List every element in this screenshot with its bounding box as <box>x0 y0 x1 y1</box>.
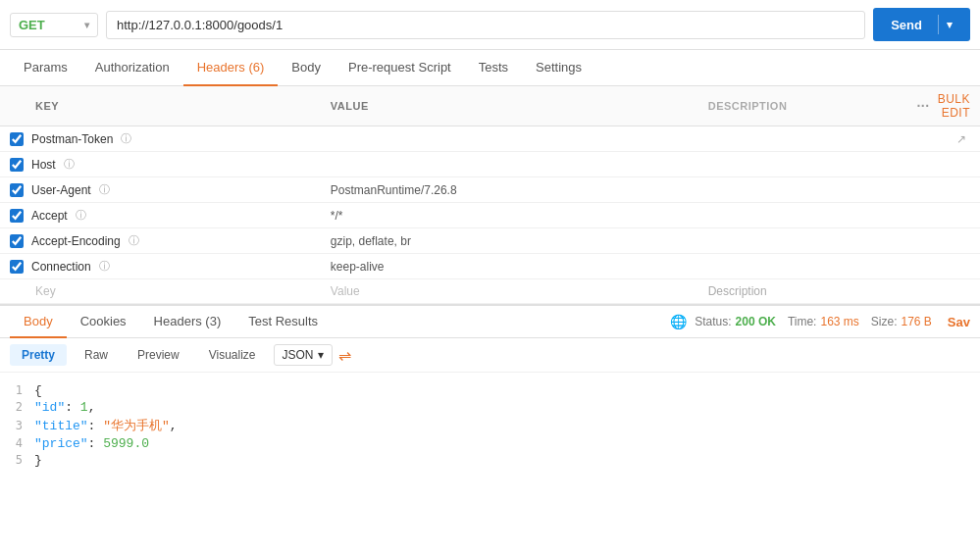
table-row: Postman-Token ⓘ ↗ <box>0 126 980 152</box>
row-checkbox[interactable] <box>10 260 24 274</box>
info-icon[interactable]: ⓘ <box>99 259 110 274</box>
key-value: Accept <box>31 209 68 223</box>
visualize-button[interactable]: Visualize <box>197 344 268 366</box>
key-column-header: KEY <box>0 86 321 126</box>
placeholder-desc[interactable]: Description <box>698 279 907 304</box>
tab-params[interactable]: Params <box>10 50 81 86</box>
code-line: 2 "id": 1, <box>0 399 980 416</box>
time-label: Time: <box>788 315 817 328</box>
send-arrow: ▾ <box>947 19 953 31</box>
headers-table: KEY VALUE DESCRIPTION ··· Bulk Edit Post… <box>0 86 980 304</box>
code-line: 4 "price": 5999.0 <box>0 435 980 452</box>
tab-headers[interactable]: Headers (6) <box>183 50 279 86</box>
preview-button[interactable]: Preview <box>126 344 191 366</box>
line-content: "id": 1, <box>34 400 95 415</box>
code-area: 1{2 "id": 1,3 "title": "华为手机",4 "price":… <box>0 373 980 490</box>
row-checkbox[interactable] <box>10 234 24 248</box>
info-icon[interactable]: ⓘ <box>76 208 86 223</box>
method-chevron: ▾ <box>84 20 89 30</box>
line-content: "title": "华为手机", <box>34 417 178 434</box>
table-row: User-Agent ⓘ PostmanRuntime/7.26.8 <box>0 177 980 203</box>
key-value: Postman-Token <box>31 132 113 146</box>
method-label: GET <box>19 18 45 32</box>
row-actions <box>906 177 980 203</box>
status-label: Status: <box>695 315 731 328</box>
value-cell: keep-alive <box>321 254 698 279</box>
key-value: Host <box>31 158 56 172</box>
size-value: 176 B <box>902 315 932 328</box>
desc-column-header: DESCRIPTION <box>698 86 907 126</box>
info-icon[interactable]: ⓘ <box>99 182 110 197</box>
key-value: Accept-Encoding <box>31 234 121 248</box>
row-actions: ↗ <box>906 126 980 152</box>
row-actions <box>906 152 980 177</box>
line-number: 3 <box>0 419 34 432</box>
code-line: 1{ <box>0 382 980 399</box>
send-label: Send <box>891 18 930 32</box>
send-button[interactable]: Send ▾ <box>873 8 970 41</box>
external-link-icon[interactable]: ↗ <box>956 132 966 146</box>
headers-section: KEY VALUE DESCRIPTION ··· Bulk Edit Post… <box>0 86 980 304</box>
response-tab-cookies[interactable]: Cookies <box>67 306 140 338</box>
line-number: 4 <box>0 436 34 450</box>
table-row: Connection ⓘ keep-alive <box>0 254 980 279</box>
placeholder-key[interactable]: Key <box>0 279 321 304</box>
url-input[interactable] <box>106 11 865 39</box>
line-content: } <box>34 453 42 468</box>
method-select[interactable]: GET ▾ <box>10 13 98 37</box>
status-value: 200 OK <box>736 315 776 328</box>
format-select-value: JSON <box>283 348 314 362</box>
placeholder-value[interactable]: Value <box>321 279 698 304</box>
value-column-header: VALUE <box>321 86 698 126</box>
format-toolbar: Pretty Raw Preview Visualize JSON ▾ ⇌ <box>0 338 980 373</box>
tab-authorization[interactable]: Authorization <box>81 50 183 86</box>
placeholder-row: Key Value Description <box>0 279 980 304</box>
status-bar: 🌐 Status: 200 OK Time: 163 ms Size: 176 … <box>670 314 970 329</box>
value-cell <box>321 126 698 152</box>
row-checkbox[interactable] <box>10 209 24 223</box>
size-label: Size: <box>871 315 898 328</box>
response-tab-body[interactable]: Body <box>10 306 67 338</box>
tab-tests[interactable]: Tests <box>465 50 522 86</box>
row-actions <box>906 228 980 254</box>
row-checkbox[interactable] <box>10 132 24 146</box>
wrap-icon[interactable]: ⇌ <box>338 346 351 365</box>
tab-settings[interactable]: Settings <box>522 50 595 86</box>
response-tabs: Body Cookies Headers (3) Test Results 🌐 … <box>0 306 980 338</box>
send-divider <box>938 15 939 34</box>
response-tab-headers[interactable]: Headers (3) <box>140 306 235 338</box>
desc-cell <box>698 177 907 203</box>
bulk-edit-button[interactable]: Bulk Edit <box>938 92 970 120</box>
globe-icon[interactable]: 🌐 <box>670 314 687 329</box>
response-panel: Body Cookies Headers (3) Test Results 🌐 … <box>0 304 980 490</box>
response-tab-test-results[interactable]: Test Results <box>234 306 332 338</box>
top-bar: GET ▾ Send ▾ <box>0 0 980 50</box>
code-line: 3 "title": "华为手机", <box>0 416 980 435</box>
placeholder-actions <box>906 279 980 304</box>
tab-body[interactable]: Body <box>278 50 335 86</box>
request-nav-tabs: Params Authorization Headers (6) Body Pr… <box>0 50 980 86</box>
line-number: 1 <box>0 383 34 397</box>
row-checkbox[interactable] <box>10 158 24 172</box>
tab-pre-request[interactable]: Pre-request Script <box>335 50 465 86</box>
table-row: Accept-Encoding ⓘ gzip, deflate, br <box>0 228 980 254</box>
line-content: { <box>34 383 42 398</box>
row-checkbox[interactable] <box>10 183 24 197</box>
info-icon[interactable]: ⓘ <box>64 157 75 172</box>
value-cell: gzip, deflate, br <box>321 228 698 254</box>
pretty-button[interactable]: Pretty <box>10 344 67 366</box>
code-line: 5} <box>0 452 980 469</box>
format-select[interactable]: JSON ▾ <box>274 344 333 366</box>
info-icon[interactable]: ⓘ <box>129 233 139 248</box>
desc-cell <box>698 203 907 228</box>
desc-cell <box>698 152 907 177</box>
save-response-button[interactable]: Sav <box>948 315 970 329</box>
row-actions <box>906 203 980 228</box>
desc-cell <box>698 126 907 152</box>
raw-button[interactable]: Raw <box>73 344 120 366</box>
info-icon[interactable]: ⓘ <box>121 131 131 146</box>
more-options-icon[interactable]: ··· <box>916 98 929 114</box>
actions-column-header: ··· Bulk Edit <box>906 86 980 126</box>
format-select-chevron: ▾ <box>318 348 324 362</box>
line-content: "price": 5999.0 <box>34 436 149 451</box>
